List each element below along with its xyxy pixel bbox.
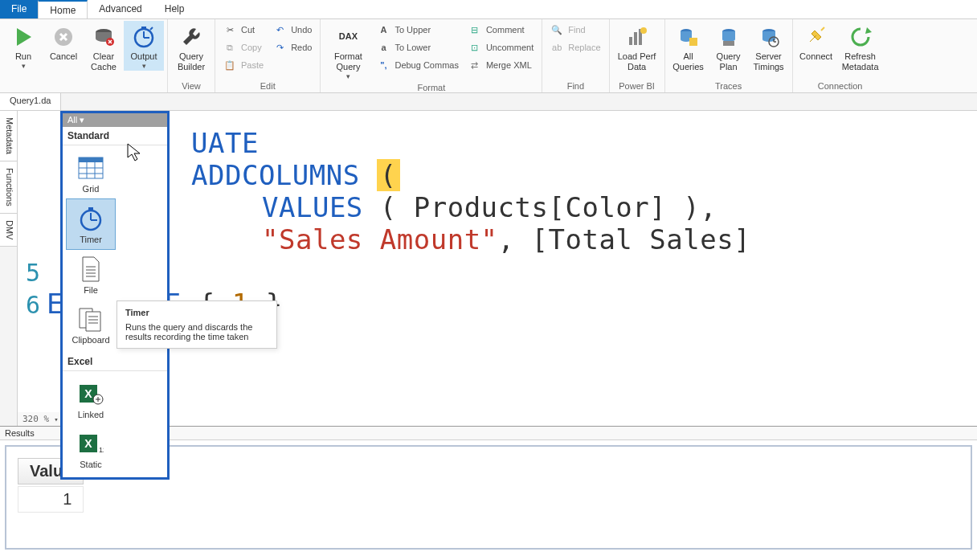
run-button[interactable]: Run ▾ — [3, 21, 43, 71]
powerbi-group-label: Power BI — [613, 80, 661, 92]
server-timings-label: Server Timings — [754, 51, 784, 72]
load-perf-label: Load Perf Data — [618, 51, 656, 72]
load-perf-button[interactable]: Load Perf Data — [613, 21, 661, 72]
refresh-metadata-button[interactable]: Refresh Metadata — [836, 21, 885, 72]
merge-xml-button[interactable]: ⇄Merge XML — [464, 56, 538, 74]
code-token: "Sales Amount" — [262, 223, 498, 255]
code-token: ADDCOLUMNS — [191, 159, 360, 191]
menu-help[interactable]: Help — [153, 0, 196, 18]
ribbon-group-connection: Connect Refresh Metadata Connection — [793, 19, 888, 92]
svg-rect-11 — [689, 38, 697, 46]
query-plan-button[interactable]: Query Plan — [709, 21, 749, 72]
paste-button[interactable]: 📋Paste — [219, 56, 268, 74]
copy-button[interactable]: ⧉Copy — [219, 39, 268, 56]
query-plan-label: Query Plan — [717, 51, 741, 72]
code-token: UATE — [191, 127, 259, 159]
side-tab-dmv[interactable]: DMV — [0, 214, 17, 247]
replace-button[interactable]: abReplace — [546, 39, 605, 56]
format-query-button[interactable]: DAX Format Query ▾ — [324, 21, 372, 81]
zoom-dropdown-icon[interactable]: ▾ — [54, 415, 58, 423]
cut-icon: ✂ — [223, 23, 236, 36]
dropdown-item-timer[interactable]: Timer — [66, 198, 116, 250]
output-dropdown-panel: All ▾ Standard Grid Timer File Clipboard… — [60, 111, 170, 480]
clear-cache-icon — [91, 24, 117, 50]
refresh-icon — [848, 24, 873, 50]
query-builder-button[interactable]: Query Builder — [171, 21, 211, 72]
ribbon-group-powerbi: Load Perf Data Power BI — [610, 19, 665, 92]
server-timings-button[interactable]: Server Timings — [749, 21, 789, 72]
menu-advanced[interactable]: Advanced — [88, 0, 153, 18]
comment-button[interactable]: ⊟Comment — [464, 21, 538, 39]
refresh-meta-label: Refresh Metadata — [842, 51, 879, 72]
side-tab-functions[interactable]: Functions — [0, 161, 17, 214]
comma-icon: "‚ — [377, 59, 390, 72]
ribbon-group-find: 🔍Find abReplace Find — [542, 19, 609, 92]
clear-cache-button[interactable]: Clear Cache — [84, 21, 124, 72]
clipboard-icon — [76, 305, 105, 333]
ribbon-group-view: Query Builder View — [168, 19, 215, 92]
all-queries-button[interactable]: All Queries — [668, 21, 709, 72]
output-button[interactable]: Output ▾ — [124, 21, 164, 71]
to-upper-button[interactable]: ATo Upper — [372, 21, 463, 39]
excel-linked-icon: X — [76, 379, 105, 408]
side-tabs: Metadata Functions DMV — [0, 111, 18, 426]
debug-commas-button[interactable]: "‚Debug Commas — [372, 56, 463, 74]
dropdown-item-clipboard[interactable]: Clipboard — [66, 300, 116, 349]
results-cell[interactable]: 1 — [18, 486, 84, 513]
code-token: VALUES — [262, 191, 363, 223]
to-lower-button[interactable]: aTo Lower — [372, 39, 463, 56]
redo-icon: ↷ — [273, 41, 286, 54]
highlighted-paren: ( — [377, 159, 400, 191]
menu-file[interactable]: File — [0, 0, 38, 18]
wrench-icon — [178, 24, 204, 50]
comment-icon: ⊟ — [468, 23, 481, 36]
output-icon — [131, 24, 157, 50]
grid-icon — [76, 153, 105, 182]
edit-group-label: Edit — [219, 80, 317, 92]
dropdown-all-header[interactable]: All ▾ — [63, 113, 167, 127]
menu-home[interactable]: Home — [38, 0, 88, 18]
dropdown-item-static[interactable]: X123 Static — [66, 424, 116, 474]
svg-marker-0 — [17, 28, 31, 46]
cancel-label: Cancel — [50, 51, 77, 62]
uncomment-button[interactable]: ⊡Uncomment — [464, 39, 538, 56]
ribbon-group-edit: ✂Cut ⧉Copy 📋Paste ↶Undo ↷Redo Edit — [215, 19, 321, 92]
ribbon-group-traces: All Queries Query Plan Server Timings Tr… — [665, 19, 793, 92]
svg-rect-20 — [88, 207, 93, 211]
svg-text:X: X — [84, 387, 92, 400]
paste-icon: 📋 — [223, 59, 236, 72]
lower-icon: a — [377, 41, 390, 54]
svg-rect-6 — [629, 37, 632, 45]
query-plan-icon — [716, 24, 742, 50]
find-button[interactable]: 🔍Find — [546, 21, 605, 39]
ribbon-group-format: DAX Format Query ▾ ATo Upper aTo Lower "… — [321, 19, 542, 92]
dropdown-item-linked[interactable]: X Linked — [66, 374, 116, 424]
dropdown-item-file[interactable]: File — [66, 250, 116, 300]
workspace: Metadata Functions DMV UATE ADDCOLUMNS (… — [0, 111, 977, 426]
redo-button[interactable]: ↷Redo — [268, 39, 317, 56]
svg-text:123: 123 — [99, 446, 104, 454]
undo-button[interactable]: ↶Undo — [268, 21, 317, 39]
perf-icon — [624, 24, 650, 50]
tooltip-title: Timer — [125, 308, 268, 317]
side-tab-metadata[interactable]: Metadata — [0, 111, 17, 161]
svg-rect-5 — [141, 27, 146, 30]
file-icon — [76, 255, 105, 284]
editor-tab-query1[interactable]: Query1.da — [0, 93, 61, 110]
copy-icon: ⧉ — [223, 41, 236, 54]
ribbon-group-run: Run ▾ Cancel Clear Cache Output — [0, 19, 168, 92]
dropdown-section-standard: Standard — [63, 127, 167, 145]
cancel-icon — [51, 24, 76, 50]
format-group-label: Format — [324, 81, 538, 94]
connect-button[interactable]: Connect — [796, 21, 836, 62]
upper-icon: A — [377, 23, 390, 36]
timer-icon — [76, 204, 105, 233]
dax-icon: DAX — [335, 24, 361, 50]
find-group-label: Find — [546, 80, 605, 92]
cut-button[interactable]: ✂Cut — [219, 21, 268, 39]
cancel-button[interactable]: Cancel — [43, 21, 84, 62]
dropdown-item-grid[interactable]: Grid — [66, 149, 116, 198]
excel-static-icon: X123 — [76, 429, 105, 458]
query-builder-label: Query Builder — [178, 51, 205, 72]
connect-label: Connect — [799, 51, 832, 62]
